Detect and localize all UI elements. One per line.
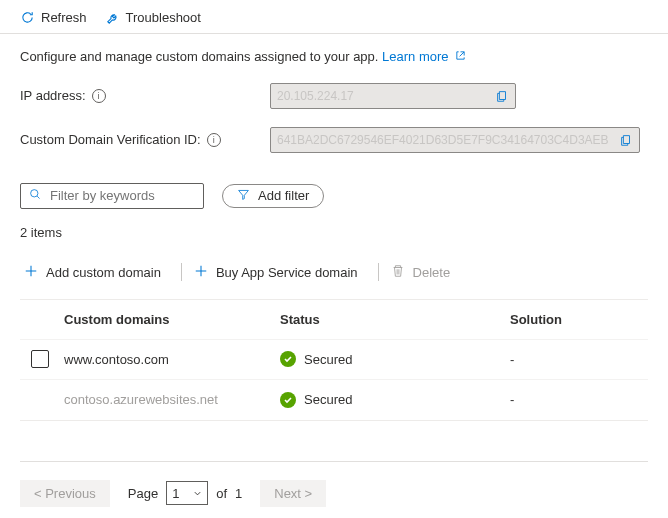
troubleshoot-label: Troubleshoot — [126, 10, 201, 25]
status-secured-icon — [280, 351, 296, 367]
info-icon[interactable]: i — [92, 89, 106, 103]
table-header-row: Custom domains Status Solution — [20, 300, 648, 340]
of-word: of — [216, 486, 227, 501]
separator — [181, 263, 182, 281]
domains-table: Custom domains Status Solution www.conto… — [20, 299, 648, 421]
copy-icon — [619, 133, 633, 147]
refresh-label: Refresh — [41, 10, 87, 25]
wrench-icon — [105, 10, 120, 25]
svg-point-0 — [31, 189, 38, 196]
ip-address-value-box: 20.105.224.17 — [270, 83, 516, 109]
table-row[interactable]: www.contoso.com Secured - — [20, 340, 648, 380]
filter-input[interactable] — [48, 187, 195, 204]
verification-id-label: Custom Domain Verification ID: — [20, 132, 201, 147]
domain-cell: contoso.azurewebsites.net — [60, 392, 280, 407]
info-icon[interactable]: i — [207, 133, 221, 147]
status-cell: Secured — [304, 352, 352, 367]
domain-cell: www.contoso.com — [60, 352, 280, 367]
refresh-button[interactable]: Refresh — [20, 10, 87, 25]
copy-icon — [495, 89, 509, 103]
plus-icon — [194, 264, 208, 281]
pager: < Previous Page 1 of 1 Next > — [0, 462, 668, 518]
trash-icon — [391, 264, 405, 281]
col-header-solution: Solution — [510, 312, 648, 327]
item-count: 2 items — [0, 219, 668, 240]
status-secured-icon — [280, 392, 296, 408]
total-pages: 1 — [235, 486, 242, 501]
col-header-status: Status — [280, 312, 510, 327]
buy-app-service-domain-button[interactable]: Buy App Service domain — [190, 260, 370, 285]
row-checkbox[interactable] — [31, 350, 49, 368]
delete-button: Delete — [387, 260, 463, 285]
search-icon — [29, 188, 42, 204]
chevron-down-icon — [193, 486, 202, 501]
troubleshoot-button[interactable]: Troubleshoot — [105, 10, 201, 25]
verification-id-value-box: 641BA2DC6729546EF4021D63D5E7F9C34164703C… — [270, 127, 640, 153]
page-select[interactable]: 1 — [166, 481, 208, 505]
refresh-icon — [20, 10, 35, 25]
next-page-button: Next > — [260, 480, 326, 507]
filter-input-wrap[interactable] — [20, 183, 204, 209]
add-custom-domain-button[interactable]: Add custom domain — [20, 260, 173, 285]
add-filter-button[interactable]: Add filter — [222, 184, 324, 208]
description-text: Configure and manage custom domains assi… — [0, 34, 668, 71]
copy-verification-id-button[interactable] — [615, 130, 637, 150]
solution-cell: - — [510, 392, 648, 407]
learn-more-link[interactable]: Learn more — [382, 49, 466, 64]
separator — [378, 263, 379, 281]
col-header-domain: Custom domains — [60, 312, 280, 327]
status-cell: Secured — [304, 392, 352, 407]
filter-icon — [237, 188, 250, 204]
prev-page-button: < Previous — [20, 480, 110, 507]
external-link-icon — [455, 48, 466, 66]
copy-ip-button[interactable] — [491, 86, 513, 106]
page-word: Page — [128, 486, 158, 501]
table-row[interactable]: contoso.azurewebsites.net Secured - — [20, 380, 648, 420]
plus-icon — [24, 264, 38, 281]
solution-cell: - — [510, 352, 648, 367]
ip-address-label: IP address: — [20, 88, 86, 103]
